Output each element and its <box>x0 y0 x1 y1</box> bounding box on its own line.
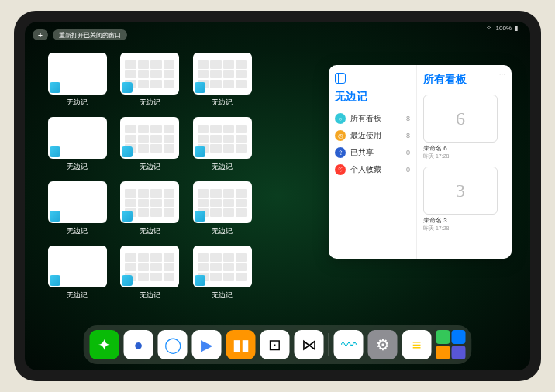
freeform-icon <box>122 146 133 157</box>
sidebar-item[interactable]: ♡个人收藏0 <box>335 161 410 178</box>
panel-menu-icon[interactable]: ··· <box>499 70 505 78</box>
sidebar-item-icon: ◷ <box>335 130 346 141</box>
freeform-icon <box>195 82 205 93</box>
freeform-icon <box>122 211 133 222</box>
sidebar-item-icon: ○ <box>335 113 346 124</box>
board-time: 昨天 17:28 <box>423 153 498 160</box>
sidebar-item-count: 8 <box>406 115 410 122</box>
app-window[interactable]: 无边记 <box>191 53 253 108</box>
window-thumbnail[interactable] <box>193 53 252 95</box>
freeform-panel: 无边记 ○所有看板8◷最近使用8⇪已共享0♡个人收藏0 ··· 所有看板 6未命… <box>329 65 512 259</box>
window-thumbnail[interactable] <box>48 117 107 159</box>
dock-app-books[interactable]: ▮▮ <box>226 330 256 359</box>
freeform-icon <box>122 275 133 286</box>
window-thumbnail[interactable] <box>48 181 107 223</box>
board-card[interactable]: 6未命名 6昨天 17:28 <box>423 95 498 160</box>
board-name: 未命名 6 <box>423 144 498 153</box>
top-controls: + 重新打开已关闭的窗口 <box>33 29 127 40</box>
sidebar-item[interactable]: ○所有看板8 <box>335 110 410 127</box>
dock-app-quark[interactable]: ● <box>124 330 153 359</box>
dock-separator <box>329 333 329 356</box>
dock-app-sync[interactable]: ⋈ <box>295 330 324 359</box>
app-window[interactable]: 无边记 <box>191 246 253 301</box>
board-thumbnail: 6 <box>423 95 498 143</box>
window-thumbnail[interactable] <box>48 246 107 287</box>
dock: ✦●◯▶▮▮⊡⋈ 〰⚙≡ <box>84 325 472 364</box>
sidebar-item-label: 所有看板 <box>350 113 381 124</box>
dock-app-qqbrowser[interactable]: ◯ <box>158 330 188 359</box>
dock-app-dice[interactable]: ⊡ <box>260 330 290 359</box>
board-thumbnail: 3 <box>423 167 498 215</box>
app-label: 无边记 <box>212 291 233 301</box>
window-thumbnail[interactable] <box>120 53 179 95</box>
sidebar-toggle-icon[interactable] <box>335 73 346 84</box>
board-card[interactable]: 3未命名 3昨天 17:28 <box>423 167 498 232</box>
ipad-frame: ᯤ 100% ▮ + 重新打开已关闭的窗口 无边记无边记无边记无边记无边记无边记… <box>14 11 541 381</box>
sidebar-item[interactable]: ⇪已共享0 <box>335 144 410 161</box>
freeform-icon <box>50 275 60 286</box>
panel-right-title: 所有看板 <box>423 73 505 87</box>
window-thumbnail[interactable] <box>193 181 252 223</box>
freeform-icon <box>122 82 133 93</box>
app-label: 无边记 <box>212 98 233 108</box>
app-window[interactable]: 无边记 <box>119 246 181 301</box>
app-window[interactable]: 无边记 <box>191 117 253 172</box>
app-window[interactable]: 无边记 <box>119 181 181 236</box>
window-thumbnail[interactable] <box>120 181 179 223</box>
freeform-icon <box>50 146 60 157</box>
app-window[interactable]: 无边记 <box>47 246 109 301</box>
app-window[interactable]: 无边记 <box>119 117 181 172</box>
window-thumbnail[interactable] <box>48 53 107 95</box>
app-window[interactable]: 无边记 <box>119 53 181 108</box>
freeform-icon <box>195 146 205 157</box>
freeform-icon <box>50 82 60 93</box>
dock-app-notes[interactable]: ≡ <box>402 330 432 359</box>
app-label: 无边记 <box>67 98 88 108</box>
status-bar: ᯤ 100% ▮ <box>487 25 518 32</box>
add-button[interactable]: + <box>33 29 48 40</box>
battery-icon: ▮ <box>515 25 518 32</box>
sidebar-item[interactable]: ◷最近使用8 <box>335 127 410 144</box>
window-thumbnail[interactable] <box>193 246 252 287</box>
sidebar-item-count: 0 <box>406 149 410 156</box>
app-label: 无边记 <box>140 162 160 172</box>
sidebar-item-icon: ♡ <box>335 164 346 175</box>
app-label: 无边记 <box>67 226 88 236</box>
freeform-icon <box>50 211 60 222</box>
dock-app-play[interactable]: ▶ <box>192 330 222 359</box>
app-label: 无边记 <box>140 98 160 108</box>
battery-label: 100% <box>496 25 512 32</box>
window-thumbnail[interactable] <box>193 117 252 159</box>
app-window[interactable]: 无边记 <box>47 117 109 172</box>
window-thumbnail[interactable] <box>120 117 179 159</box>
sidebar-item-count: 8 <box>406 132 410 139</box>
sidebar-item-label: 最近使用 <box>350 130 381 141</box>
panel-sidebar: 无边记 ○所有看板8◷最近使用8⇪已共享0♡个人收藏0 <box>329 65 417 259</box>
sidebar-item-label: 个人收藏 <box>350 164 381 175</box>
board-time: 昨天 17:28 <box>423 225 498 232</box>
window-thumbnail[interactable] <box>120 246 179 287</box>
panel-content: ··· 所有看板 6未命名 6昨天 17:283未命名 3昨天 17:28 <box>417 65 512 259</box>
app-label: 无边记 <box>212 162 233 172</box>
app-label: 无边记 <box>140 226 160 236</box>
app-window[interactable]: 无边记 <box>47 181 109 236</box>
sidebar-item-count: 0 <box>406 166 410 174</box>
freeform-icon <box>195 275 205 286</box>
reopen-window-button[interactable]: 重新打开已关闭的窗口 <box>53 29 127 40</box>
freeform-icon <box>195 211 205 222</box>
dock-app-settings[interactable]: ⚙ <box>368 330 398 359</box>
app-label: 无边记 <box>67 291 88 301</box>
stage-manager-area: 无边记无边记无边记无边记无边记无边记无边记无边记无边记无边记无边记无边记 <box>47 53 326 301</box>
app-window[interactable]: 无边记 <box>191 181 253 236</box>
dock-app-freeform[interactable]: 〰 <box>334 330 364 359</box>
sidebar-item-icon: ⇪ <box>335 147 346 158</box>
app-library-icon[interactable] <box>436 330 466 359</box>
board-name: 未命名 3 <box>423 216 498 225</box>
dock-app-wechat[interactable]: ✦ <box>90 330 119 359</box>
screen: ᯤ 100% ▮ + 重新打开已关闭的窗口 无边记无边记无边记无边记无边记无边记… <box>25 22 530 370</box>
app-window[interactable]: 无边记 <box>47 53 109 108</box>
app-label: 无边记 <box>67 162 88 172</box>
panel-left-title: 无边记 <box>335 90 410 104</box>
wifi-icon: ᯤ <box>487 25 493 32</box>
app-label: 无边记 <box>212 226 233 236</box>
